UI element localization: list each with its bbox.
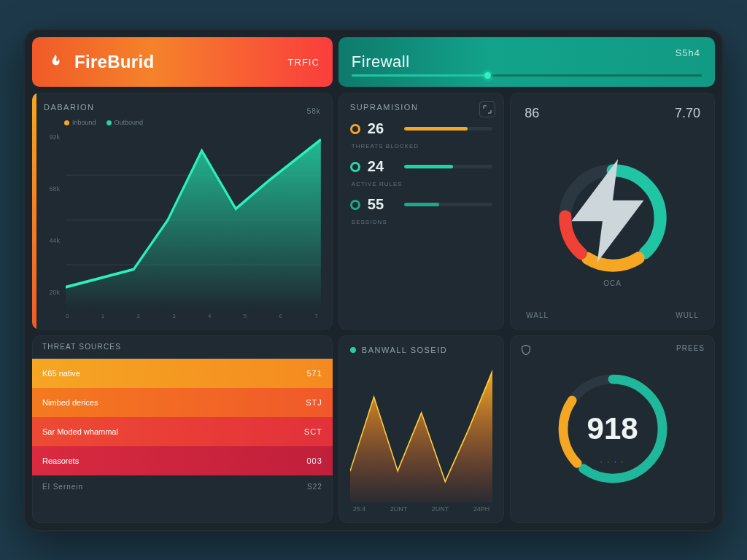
list-item[interactable]: Reasorets003	[32, 446, 333, 475]
list-item[interactable]: K65 native571	[32, 359, 333, 388]
status-dot-icon	[350, 200, 360, 210]
panel-gauge: 86 7.70 OCA WALL WULL	[510, 93, 715, 330]
stat-row[interactable]: 55	[350, 196, 492, 213]
expand-button[interactable]	[479, 101, 495, 117]
expand-icon	[483, 105, 492, 114]
dashboard-grid: DABARION 58k Inbound Outbound 92k 68k 44…	[32, 93, 715, 523]
panel-title: THREAT SOURCES	[32, 335, 333, 359]
panel-traffic: DABARION 58k Inbound Outbound 92k 68k 44…	[32, 93, 333, 330]
panel-badge: 58k	[307, 107, 321, 115]
bolt-icon	[551, 149, 675, 278]
panel-label: PREES	[676, 344, 705, 352]
panel-bandwidth: BANWALL SOSEID 25:4 2UNT 2UNT 24PH	[338, 335, 504, 524]
tab-label: Firewall	[352, 52, 410, 71]
brand-tag: TRFIC	[288, 57, 320, 68]
panel-stats: SUPRAMISION 26 Threats blocked 24 Active…	[338, 93, 504, 330]
gauge-chart: OCA	[522, 125, 703, 311]
panel-title: SUPRAMISION	[350, 103, 492, 112]
status-dot-icon	[350, 347, 356, 353]
bandwidth-area-chart	[350, 354, 492, 503]
gauge-value-left: 86	[525, 106, 539, 121]
header-progress	[352, 74, 702, 77]
panel-threat-list: THREAT SOURCES K65 native571 Nimbed deri…	[32, 335, 333, 524]
brand-bar: FireBurid TRFIC	[32, 37, 333, 87]
chart-y-axis: 92k 68k 44k 20k	[44, 131, 66, 310]
score-sub: · · · ·	[551, 458, 675, 466]
brand-name: FireBurid	[74, 52, 154, 72]
stat-row[interactable]: 24	[350, 158, 492, 175]
tab-firewall[interactable]: Firewall S5h4	[338, 37, 715, 87]
shield-icon	[520, 344, 532, 358]
tab-code: S5h4	[676, 47, 700, 58]
traffic-area-chart	[66, 131, 321, 310]
stat-row[interactable]: 26	[350, 120, 492, 137]
panel-accent-stripe	[32, 93, 36, 330]
chart-legend: Inbound Outbound	[44, 119, 321, 126]
score-value: 918	[551, 367, 675, 491]
flame-icon	[45, 52, 64, 71]
panel-title: BANWALL SOSEID	[362, 346, 447, 354]
status-dot-icon	[350, 124, 360, 134]
status-dot-icon	[350, 162, 360, 172]
chart-x-axis: 25:4 2UNT 2UNT 24PH	[350, 502, 492, 513]
list-item[interactable]: Nimbed dericesSTJ	[32, 388, 333, 417]
panel-title: DABARION	[44, 103, 94, 112]
header: FireBurid TRFIC Firewall S5h4	[32, 37, 715, 87]
gauge-value-right: 7.70	[675, 106, 700, 121]
score-donut: 918 · · · ·	[551, 367, 675, 491]
list-item[interactable]: Sar Moded whammalSCT	[32, 417, 333, 446]
chart-x-axis: 01 23 45 67	[44, 310, 321, 319]
panel-score: PREES 918 · · · ·	[510, 335, 715, 524]
dashboard-frame: FireBurid TRFIC Firewall S5h4 DABARION 5…	[23, 28, 724, 532]
